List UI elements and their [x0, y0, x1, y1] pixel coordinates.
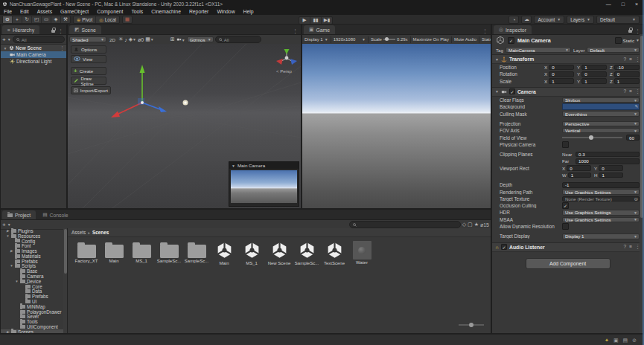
scale-x-field[interactable]: 1 [549, 78, 574, 84]
panel-menu-icon[interactable]: ⋮ [635, 28, 640, 34]
rotate-tool-button[interactable]: ↻ [22, 16, 32, 23]
maximize-button[interactable]: □ [622, 1, 625, 7]
fov-slider[interactable] [562, 137, 622, 138]
orientation-gizmo[interactable] [274, 48, 299, 70]
camera-header[interactable]: ▼ ✓ Camera ?≡⋮ [492, 87, 643, 97]
hdr-dropdown[interactable]: Use Graphics Settings▼ [562, 210, 640, 216]
layer-dropdown[interactable]: Default▼ [587, 47, 640, 53]
viewport-w-field[interactable]: 1 [568, 172, 591, 178]
asset-folder[interactable]: Main [101, 239, 127, 263]
camera-enabled-checkbox[interactable]: ✓ [509, 88, 515, 94]
presets-icon[interactable]: ≡ [629, 244, 632, 250]
menu-assets[interactable]: Assets [37, 9, 52, 14]
hierarchy-item-main-camera[interactable]: Main Camera [1, 51, 66, 58]
lock-icon[interactable] [628, 30, 632, 33]
foldout-icon[interactable]: ▼ [232, 164, 235, 168]
slider-thumb[interactable] [589, 135, 593, 140]
tag-dropdown[interactable]: MainCamera▼ [506, 47, 571, 53]
services-icon[interactable]: ◔ [508, 16, 519, 24]
tab-project[interactable]: Project [2, 210, 36, 219]
asset-folder[interactable]: MS_1 [129, 239, 154, 263]
create-button[interactable]: + Create [71, 67, 106, 75]
2d-toggle[interactable]: 2D [108, 37, 117, 42]
tree-item-selected[interactable]: ▶Scenes [1, 329, 67, 333]
shading-mode-dropdown[interactable]: Shaded▼ [69, 36, 106, 42]
help-icon[interactable]: ? [624, 88, 627, 94]
project-search-input[interactable] [349, 221, 461, 228]
far-clip-field[interactable]: 1000 [576, 158, 640, 164]
eyedropper-icon[interactable]: ✎ [634, 104, 638, 109]
hidden-objects-toggle[interactable]: ø0 [138, 37, 144, 42]
create-asset-button[interactable]: + [2, 222, 6, 228]
gameobject-name[interactable]: Main Camera [517, 37, 551, 44]
asset-scene[interactable]: TextScene [322, 239, 347, 265]
fov-value-field[interactable]: 60 [626, 135, 640, 141]
position-y-field[interactable]: 1 [581, 65, 607, 71]
menu-tools[interactable]: Tools [131, 9, 143, 14]
import-export-button[interactable]: Import/Export [71, 86, 111, 94]
tab-scene[interactable]: ◩Scene [69, 25, 101, 34]
menu-component[interactable]: Component [97, 9, 123, 14]
asset-scene[interactable]: MS_1 [239, 239, 264, 265]
move-tool-button[interactable]: + [13, 16, 22, 23]
asset-scene[interactable]: SampleSc... [294, 239, 319, 265]
audio-listener-enabled-checkbox[interactable]: ✓ [501, 244, 507, 250]
foldout-icon[interactable]: ▼ [495, 57, 499, 62]
asset-folder[interactable]: SampleSc... [184, 239, 209, 263]
menu-help[interactable]: Help [243, 9, 254, 14]
transform-tool-button[interactable]: ◈ [51, 16, 61, 23]
target-display-dropdown[interactable]: Display 1▼ [562, 233, 640, 239]
stats-toggle[interactable]: Stats [479, 36, 491, 43]
active-checkbox[interactable]: ✓ [508, 37, 514, 44]
code-coverage-icon[interactable]: ▤ [623, 338, 628, 344]
step-button[interactable]: ▶▮ [322, 17, 332, 24]
viewport-y-field[interactable]: 0 [599, 165, 623, 171]
menu-edit[interactable]: Edit [20, 9, 29, 14]
static-control[interactable]: Static ▼ [615, 37, 640, 44]
culling-mask-dropdown[interactable]: Everything▼ [562, 111, 640, 117]
audio-toggle-icon[interactable]: ♪ [124, 37, 127, 42]
scene-viewport[interactable]: < Persp Options View + Create Draw Splin… [68, 44, 301, 208]
asset-scene[interactable]: Main [211, 239, 237, 265]
slider-thumb[interactable] [385, 37, 389, 41]
options-button[interactable]: Options [71, 45, 106, 54]
presets-icon[interactable]: ≡ [629, 88, 632, 94]
hierarchy-search-input[interactable]: All [13, 36, 65, 43]
tree-scrollbar[interactable] [63, 228, 67, 333]
grid-visibility-dropdown-icon[interactable]: ▦▼ [145, 36, 154, 42]
object-picker-icon[interactable]: ⊙ [634, 196, 638, 201]
menu-cinemachine[interactable]: Cinemachine [151, 9, 181, 14]
lighting-toggle-icon[interactable]: ☀ [118, 36, 123, 42]
hierarchy-item-directional-light[interactable]: Directional Light [1, 58, 66, 65]
position-x-field[interactable]: 0 [549, 65, 574, 71]
favorites-icon[interactable]: ★ [474, 222, 479, 228]
tab-hierarchy[interactable]: ≡Hierarchy [2, 25, 39, 34]
local-toggle[interactable]: ◎Local [96, 16, 119, 23]
position-z-field[interactable]: -10 [614, 65, 640, 71]
fov-axis-dropdown[interactable]: Vertical▼ [562, 128, 640, 134]
viewport-x-field[interactable]: 0 [567, 165, 591, 171]
panel-menu-icon[interactable]: ⋮ [293, 28, 298, 34]
breadcrumb-root[interactable]: Assets [71, 230, 86, 235]
resolution-dropdown[interactable]: 1920x1080▼ [331, 36, 368, 43]
static-checkbox[interactable] [615, 37, 622, 44]
add-component-button[interactable]: Add Component [526, 258, 610, 269]
rect-tool-button[interactable]: ▭ [42, 16, 51, 23]
scale-slider[interactable] [383, 39, 395, 40]
search-by-type-icon[interactable]: ◇ [462, 222, 466, 228]
viewport-h-field[interactable]: 1 [599, 172, 623, 178]
tab-inspector[interactable]: ◎Inspector [494, 25, 532, 34]
tree-item[interactable]: Config [1, 239, 67, 244]
physical-camera-checkbox[interactable] [562, 141, 569, 148]
foldout-icon[interactable]: ▼ [495, 89, 499, 94]
transform-header[interactable]: ▼ Transform ?≡⋮ [492, 54, 643, 64]
mute-audio-toggle[interactable]: Mute Audio [451, 36, 479, 43]
panel-menu-icon[interactable]: ⋮ [58, 28, 63, 34]
progress-indicator-icon[interactable]: ⊘ [632, 338, 637, 344]
asset-folder[interactable]: SampleSc... [156, 239, 182, 263]
foldout-icon[interactable]: ▼ [3, 46, 7, 51]
allow-dynamic-resolution-checkbox[interactable] [562, 223, 569, 230]
help-icon[interactable]: ? [624, 244, 627, 250]
pivot-toggle[interactable]: ⊕Pivot [74, 16, 96, 23]
asset-scene[interactable]: New Scene [267, 239, 292, 265]
